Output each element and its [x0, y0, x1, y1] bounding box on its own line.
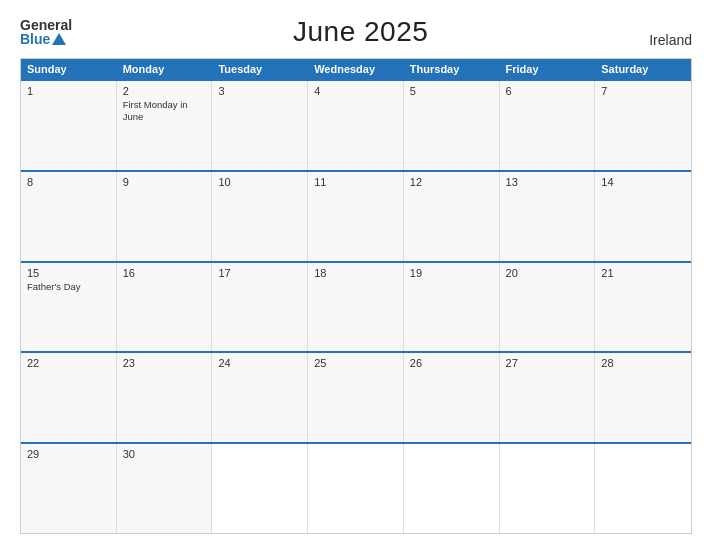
day-number: 25	[314, 357, 397, 369]
day-number: 2	[123, 85, 206, 97]
calendar-cell: 16	[117, 263, 213, 352]
day-of-week-wednesday: Wednesday	[308, 59, 404, 79]
day-of-week-tuesday: Tuesday	[212, 59, 308, 79]
day-number: 11	[314, 176, 397, 188]
logo-triangle-icon	[52, 33, 66, 45]
logo: General Blue	[20, 18, 72, 46]
calendar-cell: 2First Monday in June	[117, 81, 213, 170]
day-number: 24	[218, 357, 301, 369]
day-number: 9	[123, 176, 206, 188]
day-number: 19	[410, 267, 493, 279]
calendar-cell: 28	[595, 353, 691, 442]
calendar-cell: 8	[21, 172, 117, 261]
day-number: 3	[218, 85, 301, 97]
calendar-cell: 23	[117, 353, 213, 442]
day-number: 4	[314, 85, 397, 97]
calendar-header: SundayMondayTuesdayWednesdayThursdayFrid…	[21, 59, 691, 79]
calendar-cell: 11	[308, 172, 404, 261]
calendar-cell: 21	[595, 263, 691, 352]
day-number: 29	[27, 448, 110, 460]
calendar-cell	[308, 444, 404, 533]
day-of-week-monday: Monday	[117, 59, 213, 79]
day-number: 12	[410, 176, 493, 188]
day-number: 26	[410, 357, 493, 369]
day-number: 20	[506, 267, 589, 279]
day-event: First Monday in June	[123, 99, 206, 124]
calendar: SundayMondayTuesdayWednesdayThursdayFrid…	[20, 58, 692, 534]
day-number: 15	[27, 267, 110, 279]
calendar-cell: 7	[595, 81, 691, 170]
calendar-cell: 25	[308, 353, 404, 442]
calendar-week-1: 12First Monday in June34567	[21, 79, 691, 170]
calendar-cell: 3	[212, 81, 308, 170]
logo-blue-text: Blue	[20, 32, 72, 46]
calendar-cell: 6	[500, 81, 596, 170]
calendar-cell: 30	[117, 444, 213, 533]
day-of-week-saturday: Saturday	[595, 59, 691, 79]
calendar-cell	[500, 444, 596, 533]
day-number: 27	[506, 357, 589, 369]
calendar-cell: 4	[308, 81, 404, 170]
calendar-cell: 27	[500, 353, 596, 442]
calendar-cell: 10	[212, 172, 308, 261]
calendar-cell	[212, 444, 308, 533]
day-of-week-thursday: Thursday	[404, 59, 500, 79]
day-event: Father's Day	[27, 281, 110, 293]
day-number: 23	[123, 357, 206, 369]
day-number: 5	[410, 85, 493, 97]
day-number: 18	[314, 267, 397, 279]
calendar-cell: 5	[404, 81, 500, 170]
calendar-cell: 24	[212, 353, 308, 442]
day-number: 6	[506, 85, 589, 97]
calendar-week-4: 22232425262728	[21, 351, 691, 442]
calendar-cell: 15Father's Day	[21, 263, 117, 352]
calendar-cell: 12	[404, 172, 500, 261]
calendar-title: June 2025	[293, 16, 428, 48]
day-number: 21	[601, 267, 685, 279]
calendar-cell: 19	[404, 263, 500, 352]
day-number: 22	[27, 357, 110, 369]
calendar-body: 12First Monday in June345678910111213141…	[21, 79, 691, 533]
day-number: 1	[27, 85, 110, 97]
logo-general-text: General	[20, 18, 72, 32]
calendar-cell: 14	[595, 172, 691, 261]
header: General Blue June 2025 Ireland	[20, 16, 692, 48]
calendar-week-3: 15Father's Day161718192021	[21, 261, 691, 352]
day-number: 10	[218, 176, 301, 188]
page: General Blue June 2025 Ireland SundayMon…	[0, 0, 712, 550]
calendar-week-2: 891011121314	[21, 170, 691, 261]
calendar-cell: 18	[308, 263, 404, 352]
calendar-cell: 20	[500, 263, 596, 352]
day-number: 8	[27, 176, 110, 188]
day-number: 16	[123, 267, 206, 279]
calendar-week-5: 2930	[21, 442, 691, 533]
day-number: 7	[601, 85, 685, 97]
day-number: 17	[218, 267, 301, 279]
day-of-week-friday: Friday	[500, 59, 596, 79]
country-label: Ireland	[649, 32, 692, 48]
day-number: 30	[123, 448, 206, 460]
day-number: 14	[601, 176, 685, 188]
calendar-cell: 22	[21, 353, 117, 442]
calendar-cell	[595, 444, 691, 533]
calendar-cell: 9	[117, 172, 213, 261]
calendar-cell: 1	[21, 81, 117, 170]
calendar-cell: 17	[212, 263, 308, 352]
day-number: 28	[601, 357, 685, 369]
calendar-cell: 26	[404, 353, 500, 442]
calendar-cell	[404, 444, 500, 533]
calendar-cell: 13	[500, 172, 596, 261]
calendar-cell: 29	[21, 444, 117, 533]
day-of-week-sunday: Sunday	[21, 59, 117, 79]
day-number: 13	[506, 176, 589, 188]
